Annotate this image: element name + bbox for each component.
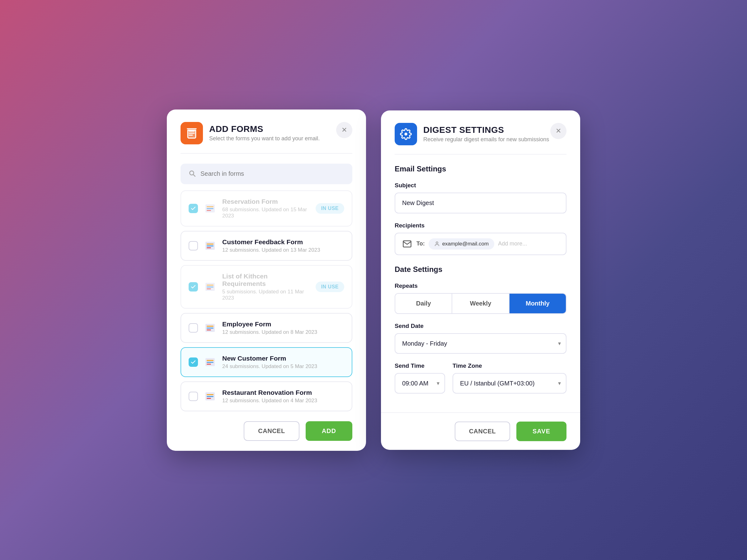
subject-input[interactable] [395, 193, 566, 213]
send-row: Send Time 09:00 AM 10:00 AM 12:00 PM 03:… [395, 363, 566, 402]
form-name-restaurant-renovation: Restaurant Renovation Form [222, 389, 344, 396]
repeat-daily-button[interactable]: Daily [395, 294, 452, 313]
subject-label: Subject [395, 182, 566, 189]
to-label: To: [416, 240, 425, 247]
form-checkbox-restaurant-renovation[interactable] [189, 392, 198, 401]
form-checkbox-employee[interactable] [189, 323, 198, 332]
svg-rect-10 [207, 244, 213, 244]
recipient-chip: example@mail.com [429, 238, 495, 249]
form-name-customer-feedback: Customer Feedback Form [222, 238, 344, 246]
form-name-new-customer: New Customer Form [222, 355, 344, 362]
form-item-customer-feedback[interactable]: Customer Feedback Form 12 submissions. U… [181, 231, 352, 261]
send-time-group: Send Time 09:00 AM 10:00 AM 12:00 PM 03:… [395, 363, 445, 402]
forms-icon [186, 127, 198, 139]
timezone-select[interactable]: EU / Istanbul (GMT+03:00) UTC US / Easte… [453, 373, 566, 394]
svg-rect-18 [207, 326, 213, 327]
search-icon [188, 169, 196, 179]
add-forms-header-text: ADD FORMS Select the forms you want to a… [209, 124, 320, 142]
add-forms-add-button[interactable]: ADD [306, 421, 352, 441]
form-item-restaurant-renovation[interactable]: Restaurant Renovation Form 12 submission… [181, 381, 352, 411]
add-forms-subtitle: Select the forms you want to add your em… [209, 135, 320, 142]
svg-rect-22 [207, 360, 213, 361]
svg-rect-27 [207, 396, 213, 397]
form-info-new-customer: New Customer Form 24 submissions. Update… [222, 355, 344, 370]
form-checkbox-reservation[interactable] [189, 204, 198, 213]
form-name-kitchen: List of Kithcen Requirements [222, 272, 310, 288]
add-forms-icon [181, 122, 203, 144]
in-use-badge-kitchen: IN USE [316, 282, 344, 292]
send-time-wrapper: 09:00 AM 10:00 AM 12:00 PM 03:00 PM ▾ [395, 373, 445, 394]
add-forms-modal: ADD FORMS Select the forms you want to a… [167, 109, 366, 451]
search-box [181, 164, 352, 184]
search-area [167, 154, 366, 190]
digest-header-text: DIGEST SETTINGS Receive regular digest e… [423, 125, 549, 143]
form-name-reservation: Reservation Form [222, 198, 310, 205]
svg-rect-7 [207, 208, 213, 209]
svg-rect-23 [207, 362, 213, 363]
svg-rect-3 [189, 134, 193, 135]
svg-rect-14 [207, 285, 213, 286]
digest-body: Email Settings Subject Recipients To: ex… [381, 155, 580, 412]
repeat-weekly-button[interactable]: Weekly [452, 294, 509, 313]
recipients-label: Recipients [395, 222, 566, 229]
email-settings-title: Email Settings [395, 165, 566, 173]
forms-list: Reservation Form 68 submissions. Updated… [167, 190, 366, 411]
mail-icon [402, 238, 413, 249]
recipient-email: example@mail.com [442, 241, 489, 247]
form-item-kitchen[interactable]: List of Kithcen Requirements 5 submissio… [181, 265, 352, 309]
repeat-monthly-button[interactable]: Monthly [510, 294, 566, 313]
svg-rect-12 [207, 247, 211, 248]
form-info-customer-feedback: Customer Feedback Form 12 submissions. U… [222, 238, 344, 253]
form-item-reservation[interactable]: Reservation Form 68 submissions. Updated… [181, 190, 352, 226]
form-meta-restaurant-renovation: 12 submissions. Updated on 4 Mar 2023 [222, 398, 344, 404]
send-date-wrapper: Monday - Friday Every Day Weekends ▾ [395, 333, 566, 354]
form-icon-customer-feedback [204, 239, 216, 252]
add-forms-title: ADD FORMS [209, 124, 320, 134]
send-time-select[interactable]: 09:00 AM 10:00 AM 12:00 PM 03:00 PM [395, 373, 445, 394]
svg-rect-24 [207, 364, 211, 365]
form-info-employee: Employee Form 12 submissions. Updated on… [222, 320, 344, 336]
digest-save-button[interactable]: SAVE [516, 422, 566, 441]
search-input[interactable] [201, 170, 345, 177]
form-meta-reservation: 68 submissions. Updated on 15 Mar 2023 [222, 207, 310, 219]
form-checkbox-new-customer[interactable] [189, 357, 198, 367]
digest-subtitle: Receive regular digest emails for new su… [423, 136, 549, 143]
timezone-wrapper: EU / Istanbul (GMT+03:00) UTC US / Easte… [453, 373, 566, 394]
digest-icon [395, 123, 417, 145]
form-name-employee: Employee Form [222, 320, 344, 328]
digest-settings-header: DIGEST SETTINGS Receive regular digest e… [381, 110, 580, 154]
form-info-restaurant-renovation: Restaurant Renovation Form 12 submission… [222, 389, 344, 404]
form-item-employee[interactable]: Employee Form 12 submissions. Updated on… [181, 313, 352, 343]
send-date-select[interactable]: Monday - Friday Every Day Weekends [395, 333, 566, 354]
add-forms-footer: CANCEL ADD [167, 411, 366, 451]
date-settings-section: Date Settings Repeats Daily Weekly Month… [395, 265, 566, 402]
send-date-label: Send Date [395, 323, 566, 329]
svg-point-29 [436, 242, 438, 244]
digest-title: DIGEST SETTINGS [423, 125, 549, 135]
timezone-label: Time Zone [453, 363, 566, 369]
svg-rect-1 [189, 131, 195, 132]
form-icon-kitchen [204, 280, 216, 293]
add-more-placeholder[interactable]: Add more... [498, 240, 527, 247]
digest-cancel-button[interactable]: CANCEL [455, 422, 510, 441]
form-meta-employee: 12 submissions. Updated on 8 Mar 2023 [222, 329, 344, 336]
repeats-label: Repeats [395, 283, 566, 289]
svg-rect-2 [189, 133, 195, 133]
form-icon-reservation [204, 202, 216, 215]
add-forms-cancel-button[interactable]: CANCEL [244, 421, 299, 441]
add-forms-close-button[interactable]: ✕ [336, 122, 352, 138]
in-use-badge-reservation: IN USE [316, 203, 344, 214]
form-meta-new-customer: 24 submissions. Updated on 5 Mar 2023 [222, 364, 344, 370]
svg-rect-8 [207, 210, 211, 211]
repeats-group: Daily Weekly Monthly [395, 293, 566, 314]
form-meta-kitchen: 5 submissions. Updated on 11 Mar 2023 [222, 289, 310, 301]
svg-rect-16 [207, 288, 211, 289]
form-meta-customer-feedback: 12 submissions. Updated on 13 Mar 2023 [222, 247, 344, 253]
form-checkbox-kitchen[interactable] [189, 282, 198, 292]
form-item-new-customer[interactable]: New Customer Form 24 submissions. Update… [181, 347, 352, 377]
digest-close-button[interactable]: ✕ [550, 123, 566, 139]
add-forms-header: ADD FORMS Select the forms you want to a… [167, 109, 366, 153]
svg-rect-20 [207, 329, 211, 330]
digest-footer: CANCEL SAVE [381, 412, 580, 450]
form-checkbox-customer-feedback[interactable] [189, 241, 198, 250]
